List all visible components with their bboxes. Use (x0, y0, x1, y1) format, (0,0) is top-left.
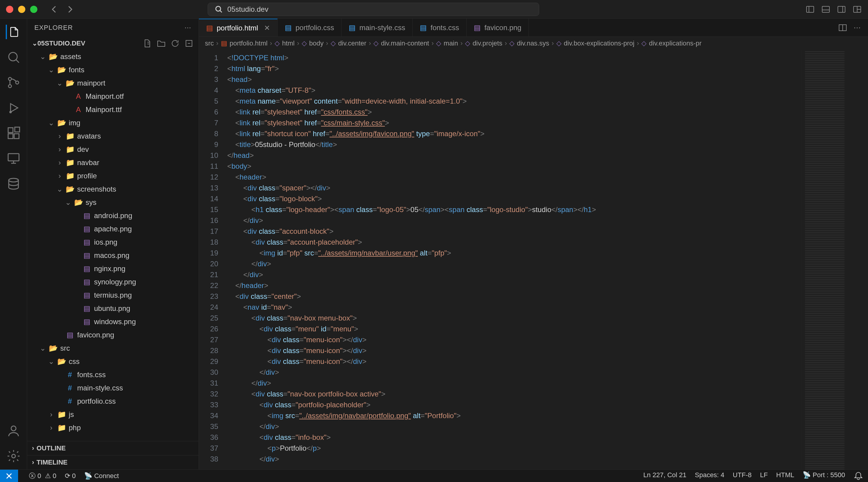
file-label: php (69, 423, 81, 432)
tree-item-sys[interactable]: ⌄📂sys (27, 196, 198, 209)
tree-item-dev[interactable]: ›📁dev (27, 143, 198, 156)
file-label: profile (77, 172, 97, 180)
editor[interactable]: 1234567891011121314151617181920212223242… (199, 50, 868, 469)
breadcrumb-item[interactable]: div.explications-pr (649, 39, 701, 47)
breadcrumb-item[interactable]: body (309, 39, 324, 47)
collapse-icon[interactable] (184, 38, 194, 48)
svg-point-22 (12, 454, 16, 458)
tab-portfolio-html[interactable]: ▤portfolio.html✕ (199, 19, 278, 36)
minimap[interactable] (802, 50, 868, 469)
img-icon: ▤ (83, 318, 91, 326)
breadcrumb-item[interactable]: div.center (338, 39, 367, 47)
run-debug-icon[interactable] (6, 101, 21, 115)
status-errors[interactable]: ⓧ 0 ⚠ 0 (29, 472, 56, 481)
tree-item-Mainport-ttf[interactable]: AMainport.ttf (27, 103, 198, 116)
chevron-icon: ⌄ (65, 198, 71, 207)
tree-item-favicon-png[interactable]: ▤favicon.png (27, 328, 198, 342)
code-area[interactable]: <!DOCTYPE html> <html lang="fr"> <head> … (227, 50, 802, 469)
tree-item-js[interactable]: ›📁js (27, 408, 198, 421)
breadcrumb[interactable]: src›▤portfolio.html›◇html›◇body›◇div.cen… (199, 37, 868, 50)
img-icon: ▤ (474, 24, 481, 32)
panel-bottom-icon[interactable] (821, 4, 831, 14)
tree-item-screenshots[interactable]: ⌄📂screenshots (27, 183, 198, 196)
tree-item-img[interactable]: ⌄📂img (27, 116, 198, 130)
panel-right-icon[interactable] (837, 4, 846, 14)
breadcrumb-item[interactable]: div.box-explications-proj (564, 39, 634, 47)
tree-item-src[interactable]: ⌄📂src (27, 342, 198, 355)
status-ports[interactable]: ⟳ 0 (65, 472, 76, 480)
breadcrumb-item[interactable]: portfolio.html (230, 39, 268, 47)
back-icon[interactable] (50, 4, 59, 14)
new-file-icon[interactable] (143, 38, 152, 48)
timeline-section[interactable]: › TIMELINE (27, 455, 198, 469)
tree-item-main-style-css[interactable]: #main-style.css (27, 381, 198, 395)
tab-label: portfolio.css (296, 24, 334, 32)
account-icon[interactable] (6, 423, 21, 438)
forward-icon[interactable] (65, 4, 75, 14)
tab-favicon-png[interactable]: ▤favicon.png (467, 19, 529, 36)
layout-icon[interactable] (852, 4, 862, 14)
tree-item-ios-png[interactable]: ▤ios.png (27, 235, 198, 249)
tree-item-avatars[interactable]: ›📁avatars (27, 130, 198, 143)
tree-item-mainport[interactable]: ⌄📂mainport (27, 76, 198, 90)
tree-item-php[interactable]: ›📁php (27, 421, 198, 435)
status-lncol[interactable]: Ln 227, Col 21 (643, 471, 686, 481)
new-folder-icon[interactable] (156, 38, 166, 48)
outline-section[interactable]: › OUTLINE (27, 441, 198, 455)
tree-item-android-png[interactable]: ▤android.png (27, 209, 198, 222)
bell-icon[interactable] (854, 471, 863, 481)
breadcrumb-item[interactable]: div.main-content (381, 39, 429, 47)
status-lang[interactable]: HTML (776, 471, 794, 481)
explorer-icon[interactable] (6, 25, 20, 39)
tree-item-windows-png[interactable]: ▤windows.png (27, 315, 198, 328)
gear-icon[interactable] (6, 449, 21, 463)
search-activity-icon[interactable] (6, 50, 21, 64)
tree-item-synology-png[interactable]: ▤synology.png (27, 275, 198, 289)
tree-item-Mainport-otf[interactable]: AMainport.otf (27, 90, 198, 103)
tree-item-nginx-png[interactable]: ▤nginx.png (27, 262, 198, 275)
status-connect[interactable]: 📡 Connect (84, 472, 119, 480)
tab-portfolio-css[interactable]: ▤portfolio.css (278, 19, 341, 36)
breadcrumb-item[interactable]: main (444, 39, 458, 47)
tree-item-termius-png[interactable]: ▤termius.png (27, 289, 198, 302)
tree-item-css[interactable]: ⌄📂css (27, 355, 198, 368)
tree-item-ubuntu-png[interactable]: ▤ubuntu.png (27, 302, 198, 315)
tree-item-portfolio-css[interactable]: #portfolio.css (27, 395, 198, 408)
close-window[interactable] (6, 6, 13, 13)
breadcrumb-item[interactable]: div.nas.sys (517, 39, 549, 47)
tree-item-profile[interactable]: ›📁profile (27, 169, 198, 183)
tree-item-apache-png[interactable]: ▤apache.png (27, 222, 198, 235)
refresh-icon[interactable] (170, 38, 180, 48)
extensions-icon[interactable] (6, 126, 21, 140)
tab-main-style-css[interactable]: ▤main-style.css (341, 19, 412, 36)
status-port[interactable]: 📡 Port : 5500 (803, 471, 845, 481)
more-tab-actions-icon[interactable]: ⋯ (854, 24, 861, 32)
status-spaces[interactable]: Spaces: 4 (695, 471, 724, 481)
status-encoding[interactable]: UTF-8 (733, 471, 751, 481)
tree-item-macos-png[interactable]: ▤macos.png (27, 249, 198, 262)
tree-item-assets[interactable]: ⌄📂assets (27, 50, 198, 63)
close-icon[interactable]: ✕ (264, 24, 270, 32)
tab-fonts-css[interactable]: ▤fonts.css (412, 19, 467, 36)
remote-indicator[interactable] (0, 470, 18, 482)
activity-bar (0, 19, 27, 469)
workspace-root[interactable]: ⌄ 05STUDIO.DEV (27, 37, 198, 50)
minimize-window[interactable] (18, 6, 25, 13)
maximize-window[interactable] (30, 6, 37, 13)
panel-left-icon[interactable] (805, 4, 815, 14)
breadcrumb-item[interactable]: html (282, 39, 295, 47)
breadcrumb-item[interactable]: src (205, 39, 214, 47)
remote-explorer-icon[interactable] (6, 151, 21, 166)
breadcrumb-item[interactable]: div.projets (472, 39, 502, 47)
explorer-more-icon[interactable]: ⋯ (184, 24, 191, 32)
database-icon[interactable] (6, 176, 21, 191)
chevron-icon: ⌄ (40, 344, 46, 352)
command-center[interactable]: 05studio.dev (208, 3, 539, 16)
tree-item-fonts[interactable]: ⌄📂fonts (27, 63, 198, 76)
svg-rect-19 (8, 154, 19, 161)
tree-item-navbar[interactable]: ›📁navbar (27, 156, 198, 169)
status-eol[interactable]: LF (760, 471, 768, 481)
split-editor-icon[interactable] (838, 23, 847, 33)
tree-item-fonts-css[interactable]: #fonts.css (27, 368, 198, 381)
source-control-icon[interactable] (6, 75, 21, 90)
